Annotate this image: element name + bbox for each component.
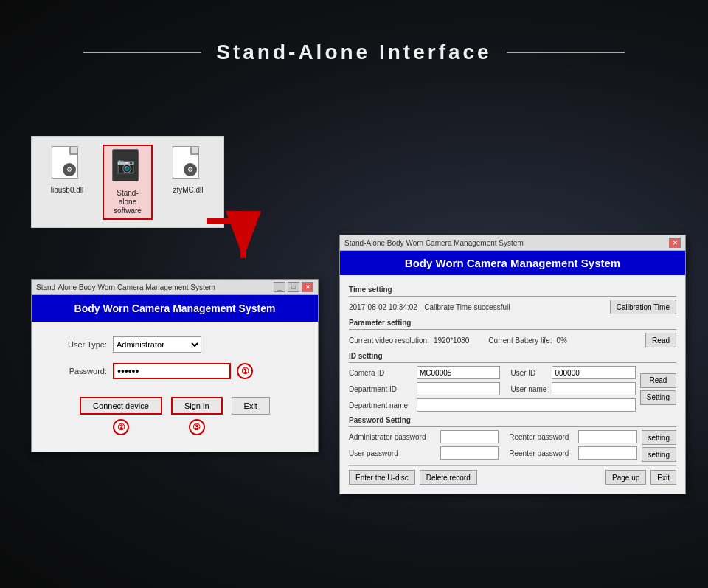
id-fields: Camera ID User ID Department ID User nam… xyxy=(349,366,636,412)
file-label-libusb: libusb0.dll xyxy=(51,186,83,195)
main-win-controls: ✕ xyxy=(669,238,681,248)
win-minimize-button[interactable]: _ xyxy=(274,282,285,292)
badge-2: ② xyxy=(113,419,129,435)
resolution-label: Current video resolution: xyxy=(349,336,429,345)
header-line-right xyxy=(507,52,625,53)
win-restore-button[interactable]: □ xyxy=(288,282,299,292)
page-up-button[interactable]: Page up xyxy=(605,470,646,485)
admin-pw-label: Administrator password xyxy=(349,433,437,441)
user-name-input[interactable] xyxy=(552,382,635,395)
page-title: Stand-Alone Interface xyxy=(216,41,491,64)
resolution-value: 1920*1080 xyxy=(434,336,469,345)
exit-button[interactable]: Exit xyxy=(232,397,270,415)
file-label-standalone: Stand-alonesoftware xyxy=(114,189,142,215)
header-section: Stand-Alone Interface xyxy=(0,41,708,64)
main-window: Stand-Alone Body Worn Camera Management … xyxy=(339,235,686,494)
win-controls: _ □ ✕ xyxy=(274,282,313,292)
camera-id-input[interactable] xyxy=(417,366,500,379)
user-name-label: User name xyxy=(510,385,549,393)
time-divider xyxy=(349,296,676,297)
dept-name-label: Department name xyxy=(349,401,414,409)
password-input[interactable] xyxy=(113,363,231,379)
dept-name-input[interactable] xyxy=(417,398,636,412)
id-setting-area: Camera ID User ID Department ID User nam… xyxy=(349,366,676,412)
camera-id-label: Camera ID xyxy=(349,369,414,377)
win-close-button[interactable]: ✕ xyxy=(302,282,313,292)
file-icon-libusb: ⚙ xyxy=(52,146,83,183)
parameter-read-button[interactable]: Read xyxy=(645,333,676,347)
pw-setting-area: Administrator password Reenter password … xyxy=(349,430,676,462)
connect-device-button[interactable]: Connect device xyxy=(80,397,162,415)
main-header: Body Worn Camera Management System xyxy=(340,251,685,275)
login-header: Body Worn Camera Management System xyxy=(32,295,318,322)
parameter-row: Current video resolution: 1920*1080 Curr… xyxy=(349,333,676,347)
pw-fields: Administrator password Reenter password … xyxy=(349,430,637,462)
password-wrapper: ① xyxy=(113,363,231,379)
dept-id-label: Department ID xyxy=(349,385,414,393)
user-pw-row: User password Reenter password xyxy=(349,446,637,460)
files-area: ⚙ libusb0.dll 📷 Stand-alonesoftware ⚙ zf… xyxy=(31,136,224,228)
time-value: 2017-08-02 10:34:02 --Calibrate Time suc… xyxy=(349,303,605,311)
file-zfymc[interactable]: ⚙ zfyMC.dll xyxy=(164,146,212,195)
main-exit-button[interactable]: Exit xyxy=(650,470,676,485)
user-pw-input[interactable] xyxy=(440,446,499,460)
main-header-text: Body Worn Camera Management System xyxy=(405,257,620,269)
password-setting-title: Password Setting xyxy=(349,416,676,424)
pw-buttons: setting setting xyxy=(642,430,676,462)
battery-value: 0% xyxy=(557,336,567,345)
admin-pw-row: Administrator password Reenter password xyxy=(349,430,637,443)
enter-u-disc-button[interactable]: Enter the U-disc xyxy=(349,470,415,485)
dept-id-input[interactable] xyxy=(417,382,500,395)
pw-setting1-button[interactable]: setting xyxy=(642,430,676,445)
sign-in-button[interactable]: Sign in xyxy=(171,397,223,415)
parameter-setting-title: Parameter setting xyxy=(349,319,676,327)
user-type-row: User Type: Administrator xyxy=(54,336,296,353)
badge-1: ① xyxy=(237,363,253,379)
file-icon-standalone: 📷 xyxy=(112,149,143,186)
camera-id-row: Camera ID User ID xyxy=(349,366,636,379)
header-line-left xyxy=(83,52,201,53)
main-body: Time setting 2017-08-02 10:34:02 --Calib… xyxy=(340,275,685,494)
login-body: User Type: Administrator Password: ① Con… xyxy=(32,322,318,452)
user-type-label: User Type: xyxy=(54,340,107,349)
department-id-row: Department ID User name xyxy=(349,382,636,395)
battery-label: Current Battery life: xyxy=(488,336,552,345)
main-close-button[interactable]: ✕ xyxy=(669,238,681,248)
pw-divider xyxy=(349,426,676,427)
id-divider xyxy=(349,362,676,363)
id-setting-button[interactable]: Setting xyxy=(640,390,676,405)
login-titlebar-text: Stand-Alone Body Worn Camera Management … xyxy=(36,283,215,291)
login-buttons: Connect device ② Sign in ③ Exit xyxy=(54,397,296,415)
login-header-text: Body Worn Camera Management System xyxy=(74,302,276,314)
reenter-pw-label: Reenter password xyxy=(509,433,575,441)
id-read-button[interactable]: Read xyxy=(640,373,676,388)
dept-name-row: Department name xyxy=(349,398,636,412)
file-icon-zfymc: ⚙ xyxy=(173,146,204,183)
main-titlebar: Stand-Alone Body Worn Camera Management … xyxy=(340,235,685,251)
badge-3: ③ xyxy=(189,419,205,435)
file-label-zfymc: zfyMC.dll xyxy=(173,186,203,195)
delete-record-button[interactable]: Delete record xyxy=(420,470,477,485)
user-pw-label: User password xyxy=(349,449,437,457)
file-standalone[interactable]: 📷 Stand-alonesoftware xyxy=(104,146,151,218)
user-id-input[interactable] xyxy=(552,366,635,379)
arrow-indicator xyxy=(199,210,266,272)
password-row: Password: ① xyxy=(54,363,296,379)
pw-setting2-button[interactable]: setting xyxy=(642,447,676,462)
calibration-time-button[interactable]: Calibration Time xyxy=(610,300,676,314)
reenter-pw2-label: Reenter password xyxy=(509,449,575,457)
admin-pw-input[interactable] xyxy=(440,430,499,443)
main-titlebar-text: Stand-Alone Body Worn Camera Management … xyxy=(344,239,524,247)
user-id-label: User ID xyxy=(510,369,549,377)
time-row: 2017-08-02 10:34:02 --Calibrate Time suc… xyxy=(349,300,676,314)
file-libusb[interactable]: ⚙ libusb0.dll xyxy=(44,146,91,195)
reenter-pw2-input[interactable] xyxy=(578,446,636,460)
login-titlebar: Stand-Alone Body Worn Camera Management … xyxy=(32,280,318,295)
login-window: Stand-Alone Body Worn Camera Management … xyxy=(31,279,319,452)
id-buttons: Read Setting xyxy=(640,366,676,412)
id-setting-title: ID setting xyxy=(349,352,676,360)
bottom-bar: Enter the U-disc Delete record Page up E… xyxy=(349,465,676,488)
user-type-select[interactable]: Administrator xyxy=(113,336,201,353)
reenter-pw-input[interactable] xyxy=(578,430,636,443)
password-label: Password: xyxy=(54,367,107,376)
